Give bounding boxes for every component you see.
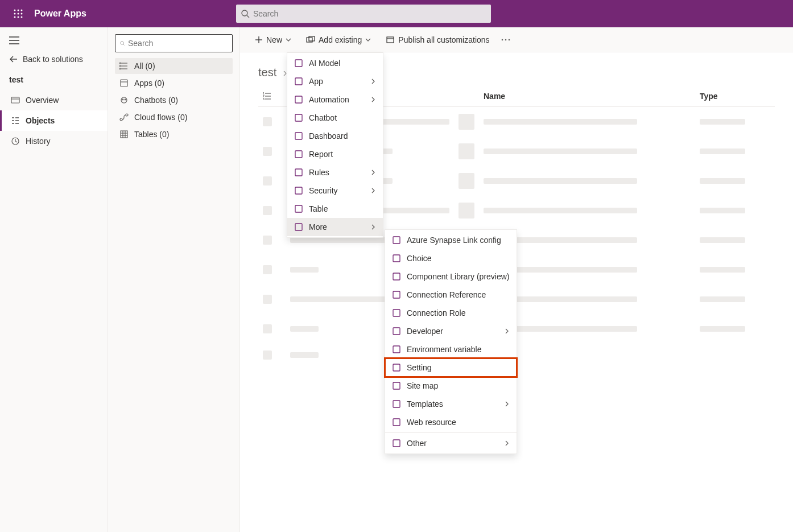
svg-rect-15 [11,97,19,103]
waffle-icon [14,9,23,18]
nav-collapse-button[interactable] [0,32,108,49]
menu-item[interactable]: More [287,218,383,236]
menu-item[interactable]: Web resource [385,413,517,431]
sort-header[interactable]: 123 [258,86,286,107]
svg-point-5 [21,13,23,15]
menu-item[interactable]: Report [287,145,383,163]
menu-item[interactable]: Connection Role [385,304,517,322]
svg-rect-68 [393,328,400,335]
menu-item[interactable]: Automation [287,90,383,109]
menu-item[interactable]: Environment variable [385,340,517,358]
chevron-right-icon [370,224,376,230]
nav-item-objects[interactable]: Objects [0,110,108,131]
menu-item[interactable]: Security [287,182,383,200]
menu-item[interactable]: Site map [385,377,517,395]
svg-point-38 [126,114,128,116]
menu-item-label: App [309,77,323,86]
menu-item[interactable]: Choice [385,249,517,267]
name-header[interactable]: Name [479,86,695,107]
svg-rect-66 [393,291,400,298]
svg-point-4 [18,13,19,15]
svg-rect-39 [121,131,127,138]
tree-item-chatbots[interactable]: Chatbots (0) [115,92,233,108]
svg-point-52 [508,39,510,40]
global-search[interactable] [236,5,491,23]
menu-item-icon [392,381,401,390]
menu-item-label: Security [309,186,338,195]
chevron-right-icon [370,170,376,175]
svg-point-50 [501,39,503,40]
tree-item-tables[interactable]: Tables (0) [115,126,233,142]
nav-item-overview[interactable]: Overview [0,90,108,110]
menu-item-icon [294,95,303,104]
menu-item-label: Developer [407,327,443,336]
tree-search-input[interactable] [128,39,228,48]
more-icon [501,39,510,41]
menu-item-icon [392,399,401,409]
menu-item-label: Azure Synapse Link config [407,236,501,245]
menu-item[interactable]: Templates [385,395,517,413]
search-icon [241,9,250,18]
object-tree-panel: All (0) Apps (0) Chatbots (0) Cloud flow… [108,27,240,532]
menu-item[interactable]: Dashboard [287,127,383,145]
chevron-right-icon [370,97,376,102]
menu-item-icon [392,363,401,372]
breadcrumb-root[interactable]: test [258,66,276,79]
global-search-input[interactable] [253,9,486,18]
app-title: Power Apps [34,9,86,19]
svg-point-1 [18,10,19,11]
svg-rect-60 [295,187,302,194]
menu-item-label: Other [407,439,427,448]
svg-rect-47 [309,36,315,41]
menu-item[interactable]: Table [287,200,383,218]
menu-item-label: More [309,222,327,232]
menu-item[interactable]: Chatbot [287,109,383,127]
svg-rect-53 [295,60,302,67]
app-icon [119,79,129,88]
more-submenu: Azure Synapse Link configChoiceComponent… [385,229,517,454]
svg-text:3: 3 [263,97,265,101]
publish-button[interactable]: Publish all customizations [380,32,495,48]
menu-item[interactable]: Azure Synapse Link config [385,231,517,249]
menu-item[interactable]: Developer [385,322,517,340]
flow-icon [119,113,129,122]
svg-point-36 [125,99,126,100]
publish-label: Publish all customizations [398,35,489,44]
tree-item-apps[interactable]: Apps (0) [115,75,233,91]
menu-item[interactable]: Connection Reference [385,286,517,304]
menu-item-icon [392,345,401,354]
menu-item-label: Choice [407,254,432,263]
app-launcher-button[interactable] [5,0,32,27]
nav-item-label: Objects [26,116,55,125]
menu-item[interactable]: Rules [287,163,383,182]
type-header[interactable]: Type [695,86,775,107]
global-header: Power Apps [0,0,793,27]
menu-item[interactable]: App [287,72,383,90]
chevron-right-icon [504,328,510,334]
overflow-button[interactable] [499,35,516,44]
menu-item-label: Automation [309,95,349,104]
nav-item-history[interactable]: History [0,131,108,151]
menu-item[interactable]: Setting [385,358,517,377]
menu-item-icon [392,272,401,281]
svg-rect-73 [393,419,400,426]
menu-item[interactable]: Component Library (preview) [385,267,517,286]
search-icon [120,39,125,48]
tree-item-all[interactable]: All (0) [115,58,233,74]
menu-item-label: Rules [309,168,329,177]
svg-rect-55 [295,96,302,103]
svg-line-25 [123,44,125,46]
add-existing-button[interactable]: Add existing [300,32,377,48]
svg-rect-67 [393,310,400,316]
tree-item-cloud-flows[interactable]: Cloud flows (0) [115,109,233,125]
list-icon [119,61,129,71]
svg-point-31 [119,68,121,69]
new-button[interactable]: New [249,32,297,48]
back-to-solutions-link[interactable]: Back to solutions [0,49,108,69]
menu-item-icon [294,131,303,141]
svg-rect-74 [393,440,400,447]
menu-item[interactable]: Other [385,434,517,452]
svg-point-6 [14,17,16,18]
menu-item[interactable]: AI Model [287,54,383,72]
tree-search[interactable] [115,34,233,52]
